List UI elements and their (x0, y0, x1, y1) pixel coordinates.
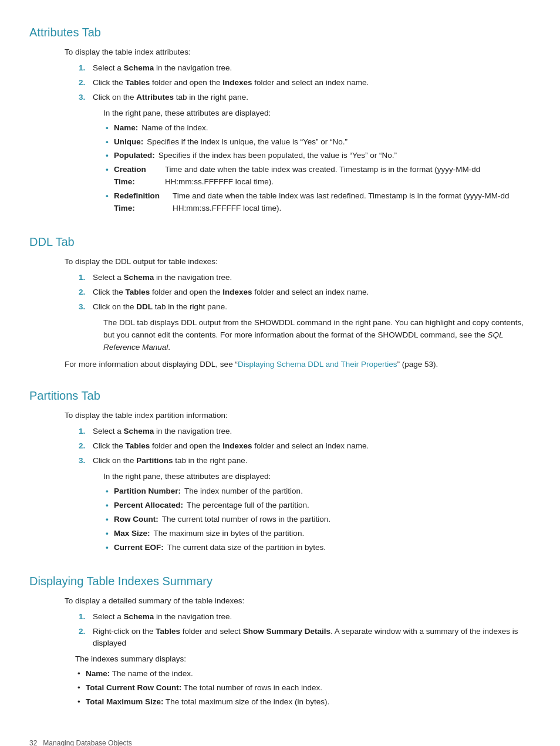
ddl-tab-section: DDL Tab To display the DDL output for ta… (29, 233, 531, 370)
attributes-tab-section: Attributes Tab To display the table inde… (29, 23, 531, 217)
partitions-tab-title: Partitions Tab (29, 387, 531, 405)
summary-bullet-total-max-size: Total Maximum Size: The total maximum si… (75, 696, 531, 708)
ddl-intro: To display the DDL output for table inde… (65, 256, 531, 268)
attributes-step-1: Select a Schema in the navigation tree. (76, 62, 531, 75)
ddl-steps-list: Select a Schema in the navigation tree. … (65, 272, 531, 354)
summary-bullets: Name: The name of the index. Total Curre… (75, 668, 531, 708)
partitions-step-3: Click on the Partitions tab in the right… (76, 455, 531, 555)
attributes-bullets: Name: Name of the index. Unique: Specifi… (103, 122, 531, 215)
attributes-tab-title: Attributes Tab (29, 23, 531, 42)
attributes-step-2: Click the Tables folder and open the Ind… (76, 77, 531, 89)
summary-step-1: Select a Schema in the navigation tree. (76, 611, 531, 623)
partitions-bullet-maxsize: Max Size: The maximum size in bytes of t… (103, 528, 330, 540)
summary-bullet-total-row-count: Total Current Row Count: The total numbe… (75, 682, 531, 694)
ddl-tab-title: DDL Tab (29, 233, 531, 251)
attributes-bullet-populated: Populated: Specifies if the index has be… (103, 150, 531, 162)
partitions-bullet-number: Partition Number: The index number of th… (103, 485, 330, 498)
ddl-note: For more information about displaying DD… (65, 359, 531, 371)
summary-title: Displaying Table Indexes Summary (29, 572, 531, 590)
ddl-step-1: Select a Schema in the navigation tree. (76, 272, 531, 284)
footer-bar: 32 Managing Database Objects (29, 732, 531, 746)
summary-section: Displaying Table Indexes Summary To disp… (29, 572, 531, 708)
summary-sub-intro: The indexes summary displays: (75, 653, 531, 666)
attributes-bullet-name: Name: Name of the index. (103, 122, 531, 134)
attributes-tab-body: To display the table index attributes: S… (29, 46, 531, 217)
partitions-intro: To display the table index partition inf… (65, 410, 531, 422)
attributes-step-3: Click on the Attributes tab in the right… (76, 92, 531, 217)
footer-page-number: 32 (29, 738, 37, 746)
attributes-bullet-redefinition-time: Redefinition Time: Time and date when th… (103, 190, 531, 215)
summary-steps-list: Select a Schema in the navigation tree. … (65, 611, 531, 650)
summary-step-2: Right-click on the Tables folder and sel… (76, 626, 531, 650)
partitions-steps-list: Select a Schema in the navigation tree. … (65, 426, 531, 555)
ddl-sub-section: The DDL tab displays DDL output from the… (93, 317, 531, 354)
ddl-step3-para: The DDL tab displays DDL output from the… (103, 317, 531, 354)
attributes-intro: To display the table index attributes: (65, 46, 531, 59)
partitions-bullet-percent: Percent Allocated: The percentage full o… (103, 499, 330, 512)
attributes-steps-list: Select a Schema in the navigation tree. … (65, 62, 531, 217)
partitions-sub-intro: In the right pane, these attributes are … (103, 471, 330, 483)
ddl-step-3: Click on the DDL tab in the right pane. … (76, 301, 531, 354)
summary-intro: To display a detailed summary of the tab… (65, 595, 531, 607)
partitions-sub-section: In the right pane, these attributes are … (93, 471, 330, 554)
ddl-step-2: Click the Tables folder and open the Ind… (76, 286, 531, 299)
attributes-sub-intro: In the right pane, these attributes are … (103, 107, 531, 120)
partitions-bullets: Partition Number: The index number of th… (103, 485, 330, 554)
partitions-step-1: Select a Schema in the navigation tree. (76, 426, 531, 438)
partitions-tab-body: To display the table index partition inf… (29, 410, 531, 555)
attributes-bullet-unique: Unique: Specifies if the index is unique… (103, 136, 531, 148)
ddl-note-link[interactable]: Displaying Schema DDL and Their Properti… (238, 360, 397, 369)
attributes-sub-section: In the right pane, these attributes are … (93, 107, 531, 215)
footer-page-label: Managing Database Objects (43, 738, 131, 746)
summary-sub-section: The indexes summary displays: Name: The … (65, 653, 531, 708)
partitions-step-2: Click the Tables folder and open the Ind… (76, 440, 531, 453)
partitions-bullet-rowcount: Row Count: The current total number of r… (103, 514, 330, 526)
attributes-bullet-creation-time: Creation Time: Time and date when the ta… (103, 164, 531, 188)
partitions-bullet-eof: Current EOF: The current data size of th… (103, 542, 330, 554)
summary-body: To display a detailed summary of the tab… (29, 595, 531, 708)
summary-bullet-name: Name: The name of the index. (75, 668, 531, 680)
partitions-tab-section: Partitions Tab To display the table inde… (29, 387, 531, 555)
ddl-tab-body: To display the DDL output for table inde… (29, 256, 531, 370)
